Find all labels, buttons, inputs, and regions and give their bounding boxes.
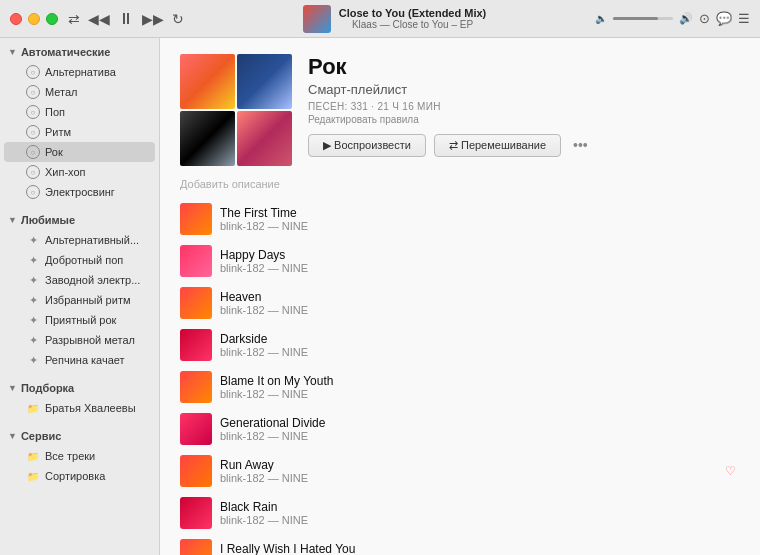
song-artwork — [180, 287, 212, 319]
song-info: The First Time blink-182 — NINE — [220, 206, 740, 232]
sidebar-item-alt[interactable]: ✦ Альтернативный... — [4, 230, 155, 250]
sidebar-item-prijatnyj-label: Приятный рок — [45, 314, 116, 326]
song-title: Heaven — [220, 290, 740, 304]
add-description[interactable]: Добавить описание — [160, 174, 760, 198]
sidebar-item-electroswing-label: Электросвинг — [45, 186, 115, 198]
heart-icon[interactable]: ♡ — [725, 464, 736, 478]
sidebar-item-razryvnoj-label: Разрывной метал — [45, 334, 135, 346]
sidebar-item-zavodnoj[interactable]: ✦ Заводной электр... — [4, 270, 155, 290]
sidebar-group-service[interactable]: ▼ Сервис — [0, 426, 159, 446]
song-artist: blink-182 — NINE — [220, 514, 740, 526]
sidebar-group-podborka[interactable]: ▼ Подборка — [0, 378, 159, 398]
volume-fill — [613, 17, 658, 20]
sidebar-group-favorites[interactable]: ▼ Любимые — [0, 210, 159, 230]
sidebar-item-goodpop-label: Добротный поп — [45, 254, 123, 266]
sidebar-item-izbrannyj[interactable]: ✦ Избранный ритм — [4, 290, 155, 310]
more-options-button[interactable]: ••• — [569, 133, 592, 157]
art-cell-3 — [180, 111, 235, 166]
shuffle-button[interactable]: ⇄ — [68, 11, 80, 27]
playlist-artwork — [180, 54, 292, 166]
sidebar-item-goodpop[interactable]: ✦ Добротный поп — [4, 250, 155, 270]
playlist-type: Смарт-плейлист — [308, 82, 740, 97]
airplay-button[interactable]: ⊙ — [699, 11, 710, 26]
queue-button[interactable]: ☰ — [738, 11, 750, 26]
chevron-down-icon: ▼ — [8, 215, 17, 225]
star-icon: ✦ — [26, 313, 40, 327]
sidebar-item-rok[interactable]: ○ Рок — [4, 142, 155, 162]
song-artwork — [180, 455, 212, 487]
song-artist: blink-182 — NINE — [220, 346, 740, 358]
main-layout: ▼ Автоматические ○ Альтернатива ○ Метал … — [0, 38, 760, 555]
sidebar-item-pop[interactable]: ○ Поп — [4, 102, 155, 122]
sidebar-item-alternativa[interactable]: ○ Альтернатива — [4, 62, 155, 82]
repeat-button[interactable]: ↻ — [172, 11, 184, 27]
song-artist: blink-182 — NINE — [220, 472, 717, 484]
sidebar-item-electroswing[interactable]: ○ Электросвинг — [4, 182, 155, 202]
sidebar-item-alltracks[interactable]: 📁 Все треки — [4, 446, 155, 466]
prev-button[interactable]: ◀◀ — [88, 11, 110, 27]
play-button[interactable]: ▶ Воспроизвести — [308, 134, 426, 157]
table-row[interactable]: Darkside blink-182 — NINE — [172, 324, 748, 366]
folder-icon: 📁 — [26, 401, 40, 415]
song-artist: blink-182 — NINE — [220, 262, 740, 274]
volume-slider[interactable] — [613, 17, 673, 20]
playlist-meta: Рок Смарт-плейлист ПЕСЕН: 331 · 21 Ч 16 … — [308, 54, 740, 157]
sidebar-item-izbrannyj-label: Избранный ритм — [45, 294, 130, 306]
song-title: Darkside — [220, 332, 740, 346]
now-playing-bar: Close to You (Extended Mix) Klaas — Clos… — [194, 5, 595, 33]
table-row[interactable]: Blame It on My Youth blink-182 — NINE — [172, 366, 748, 408]
song-title: Happy Days — [220, 248, 740, 262]
song-info: Happy Days blink-182 — NINE — [220, 248, 740, 274]
sidebar: ▼ Автоматические ○ Альтернатива ○ Метал … — [0, 38, 160, 555]
traffic-lights — [10, 13, 58, 25]
sidebar-item-bratya[interactable]: 📁 Братья Хвалеевы — [4, 398, 155, 418]
sidebar-item-razryvnoj[interactable]: ✦ Разрывной метал — [4, 330, 155, 350]
sidebar-group-podborka-label: Подборка — [21, 382, 74, 394]
sidebar-section-automatic: ▼ Автоматические ○ Альтернатива ○ Метал … — [0, 38, 159, 206]
art-cell-4 — [237, 111, 292, 166]
table-row[interactable]: I Really Wish I Hated You blink-182 — NI… — [172, 534, 748, 555]
volume-low-icon: 🔈 — [595, 13, 607, 24]
chevron-down-icon: ▼ — [8, 431, 17, 441]
playlist-genre: Рок — [308, 54, 740, 80]
sidebar-group-automatic[interactable]: ▼ Автоматические — [0, 42, 159, 62]
circle-icon: ○ — [26, 165, 40, 179]
circle-icon: ○ — [26, 85, 40, 99]
sidebar-item-sorting[interactable]: 📁 Сортировка — [4, 466, 155, 486]
close-button[interactable] — [10, 13, 22, 25]
sidebar-section-podborka: ▼ Подборка 📁 Братья Хвалеевы — [0, 374, 159, 422]
sidebar-item-prijatnyj[interactable]: ✦ Приятный рок — [4, 310, 155, 330]
table-row[interactable]: Black Rain blink-182 — NINE — [172, 492, 748, 534]
lyrics-button[interactable]: 💬 — [716, 11, 732, 26]
table-row[interactable]: Generational Divide blink-182 — NINE — [172, 408, 748, 450]
star-icon: ✦ — [26, 273, 40, 287]
song-artwork — [180, 413, 212, 445]
table-row[interactable]: Heaven blink-182 — NINE — [172, 282, 748, 324]
play-pause-button[interactable]: ⏸ — [118, 10, 134, 28]
sidebar-item-repcina[interactable]: ✦ Репчина качает — [4, 350, 155, 370]
shuffle-playlist-button[interactable]: ⇄ Перемешивание — [434, 134, 561, 157]
song-artwork — [180, 497, 212, 529]
sidebar-item-ritm[interactable]: ○ Ритм — [4, 122, 155, 142]
playlist-edit-link[interactable]: Редактировать правила — [308, 114, 740, 125]
chevron-down-icon: ▼ — [8, 47, 17, 57]
folder-icon: 📁 — [26, 469, 40, 483]
table-row[interactable]: The First Time blink-182 — NINE — [172, 198, 748, 240]
playlist-header: Рок Смарт-плейлист ПЕСЕН: 331 · 21 Ч 16 … — [160, 38, 760, 174]
next-button[interactable]: ▶▶ — [142, 11, 164, 27]
circle-icon: ○ — [26, 185, 40, 199]
song-title: The First Time — [220, 206, 740, 220]
sidebar-item-alternativa-label: Альтернатива — [45, 66, 116, 78]
sidebar-item-hiphop[interactable]: ○ Хип-хоп — [4, 162, 155, 182]
star-icon: ✦ — [26, 293, 40, 307]
song-info: Generational Divide blink-182 — NINE — [220, 416, 740, 442]
minimize-button[interactable] — [28, 13, 40, 25]
circle-icon: ○ — [26, 125, 40, 139]
table-row[interactable]: Happy Days blink-182 — NINE — [172, 240, 748, 282]
sidebar-item-rok-label: Рок — [45, 146, 63, 158]
maximize-button[interactable] — [46, 13, 58, 25]
song-artwork — [180, 539, 212, 555]
sidebar-item-metal[interactable]: ○ Метал — [4, 82, 155, 102]
sidebar-group-favorites-label: Любимые — [21, 214, 75, 226]
table-row[interactable]: Run Away blink-182 — NINE ♡ — [172, 450, 748, 492]
